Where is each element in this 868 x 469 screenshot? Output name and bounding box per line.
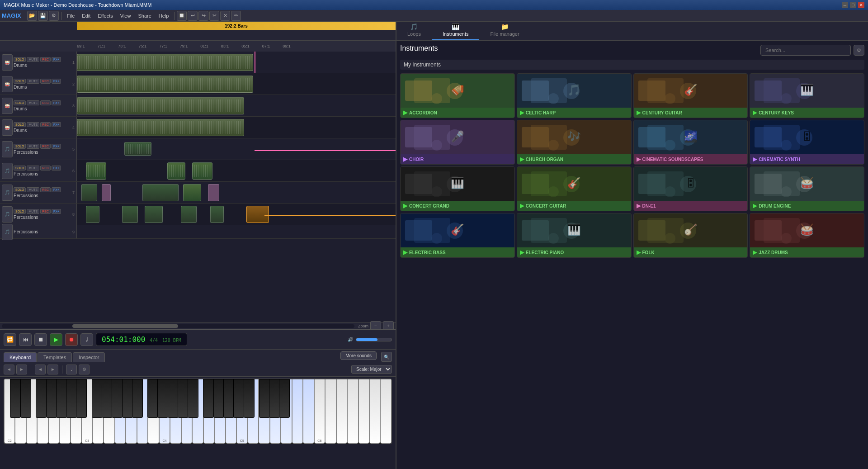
track-content-2[interactable] [77, 73, 396, 95]
track-content-5[interactable] [77, 138, 396, 160]
black-key[interactable] [56, 379, 67, 418]
mute-btn-3[interactable]: MUTE [27, 100, 39, 105]
tab-keyboard[interactable]: Keyboard [4, 352, 37, 362]
menu-effects[interactable]: Effects [94, 11, 116, 20]
black-key[interactable] [279, 379, 290, 418]
fx-btn-2[interactable]: FX+ [52, 79, 61, 84]
kb-prev[interactable]: ◄ [35, 365, 46, 374]
search-input[interactable] [760, 45, 851, 56]
audio-block[interactable] [86, 206, 99, 223]
fx-btn-7[interactable]: FX+ [52, 187, 61, 192]
black-key[interactable] [20, 379, 31, 418]
instrument-card-electric-piano[interactable]: 🎹 ▶ ELECTRIC PIANO [517, 213, 632, 258]
scale-select[interactable]: Scale: Major Scale: Minor [351, 365, 392, 374]
tab-filemanager[interactable]: 📁 File manager [479, 20, 530, 40]
hscroll-thumb[interactable] [72, 324, 178, 328]
track-content-1[interactable] [77, 52, 396, 73]
audio-block[interactable] [167, 162, 185, 180]
stop-btn[interactable]: ⏹ [34, 333, 47, 346]
audio-block[interactable] [77, 119, 244, 136]
rec-btn-8[interactable]: REC [40, 209, 51, 214]
black-key[interactable] [203, 379, 214, 418]
menu-file[interactable]: File [63, 11, 79, 20]
fx-btn-8[interactable]: FX+ [52, 209, 61, 214]
instrument-card-cinematic-synth[interactable]: 🎛 ▶ CINEMATIC SYNTH [750, 120, 864, 165]
mute-btn-2[interactable]: MUTE [27, 79, 39, 84]
solo-btn-2[interactable]: SOLO [14, 79, 26, 84]
rec-btn-3[interactable]: REC [40, 100, 51, 105]
instrument-card-century-keys[interactable]: 🎹 ▶ CENTURY KEYS [750, 73, 864, 118]
track-content-7[interactable] [77, 182, 396, 203]
audio-block[interactable] [208, 184, 219, 201]
audio-block[interactable] [210, 206, 224, 223]
fx-btn-3[interactable]: FX+ [52, 100, 61, 105]
settings-button[interactable]: ⚙ [49, 11, 59, 21]
instrument-card-century-guitar[interactable]: 🎸 ▶ CENTURY GUITAR [633, 73, 748, 118]
black-key[interactable] [10, 379, 21, 418]
audio-block[interactable] [122, 206, 138, 223]
black-key[interactable] [233, 379, 244, 418]
hscroll-track[interactable] [2, 324, 354, 328]
track-content-3[interactable] [77, 95, 396, 116]
white-key[interactable] [359, 379, 369, 444]
hscrollbar[interactable]: Zoom − + [0, 322, 396, 329]
track-content-8[interactable] [77, 204, 396, 225]
position-indicator[interactable]: 192:2 Bars [77, 22, 396, 30]
instrument-card-electric-bass[interactable]: 🎸 ▶ ELECTRIC BASS [400, 213, 515, 258]
white-key[interactable]: C6 [314, 379, 325, 444]
solo-btn-3[interactable]: SOLO [14, 100, 26, 105]
instrument-card-choir[interactable]: 🎤 ▶ CHOIR [400, 120, 515, 165]
white-key[interactable] [336, 379, 347, 444]
instrument-card-cinematic-soundscapes[interactable]: 🌌 ▶ CINEMATIC SOUNDSCAPES [633, 120, 748, 165]
rec-btn-2[interactable]: REC [40, 79, 51, 84]
instrument-card-folk[interactable]: 🪕 ▶ FOLK [633, 213, 748, 258]
kb-up-octave[interactable]: ► [16, 365, 27, 374]
metronome-btn[interactable]: ♩ [80, 333, 93, 346]
kb-down-octave[interactable]: ◄ [4, 365, 14, 374]
instrument-card-church-organ[interactable]: 🎶 ▶ CHURCH ORGAN [517, 120, 632, 165]
track-content-6[interactable] [77, 160, 396, 181]
black-key[interactable] [92, 379, 103, 418]
tool-cut[interactable]: ✂ [209, 11, 219, 21]
solo-btn-7[interactable]: SOLO [14, 187, 26, 192]
kb-setting2[interactable]: ⚙ [79, 365, 90, 374]
audio-block[interactable] [77, 54, 253, 71]
black-key[interactable] [259, 379, 270, 418]
instrument-card-celtic-harp[interactable]: 🎵 ▶ CELTIC HARP [517, 73, 632, 118]
black-key[interactable] [213, 379, 224, 418]
rec-btn-1[interactable]: REC [40, 57, 51, 62]
audio-block[interactable] [181, 206, 197, 223]
fx-btn-5[interactable]: FX+ [52, 144, 61, 149]
black-key[interactable] [157, 379, 168, 418]
audio-block[interactable] [81, 184, 97, 201]
open-button[interactable]: 📂 [27, 11, 37, 21]
instrument-card-dn-e1[interactable]: 🎛 ▶ DN-E1 [633, 166, 748, 211]
tab-instruments[interactable]: 🎹 Instruments [432, 20, 479, 40]
solo-btn-5[interactable]: SOLO [14, 144, 26, 149]
search-keyboard-btn[interactable]: 🔍 [381, 352, 392, 362]
close-button[interactable]: ✕ [858, 2, 864, 8]
audio-block[interactable] [246, 206, 269, 223]
rec-btn-6[interactable]: REC [40, 166, 51, 171]
mute-btn-1[interactable]: MUTE [27, 57, 39, 62]
rec-btn-7[interactable]: REC [40, 187, 51, 192]
fx-btn-1[interactable]: FX+ [52, 57, 61, 62]
audio-block[interactable] [145, 206, 163, 223]
instrument-card-jazz-drums[interactable]: 🥁 ▶ JAZZ DRUMS [750, 213, 864, 258]
mute-btn-4[interactable]: MUTE [27, 122, 39, 127]
mute-btn-8[interactable]: MUTE [27, 209, 39, 214]
track-content-9[interactable] [77, 225, 396, 238]
white-key[interactable] [303, 379, 314, 444]
tool-delete[interactable]: ✕ [220, 11, 230, 21]
black-key[interactable] [46, 379, 57, 418]
tool-snap[interactable]: 🔲 [177, 11, 187, 21]
fx-btn-4[interactable]: FX+ [52, 122, 61, 127]
tool-undo[interactable]: ↩ [188, 11, 198, 21]
black-key[interactable] [223, 379, 234, 418]
kb-next[interactable]: ► [47, 365, 58, 374]
audio-block[interactable] [124, 142, 151, 156]
audio-block[interactable] [142, 184, 179, 201]
black-key[interactable] [168, 379, 179, 418]
piano-keyboard[interactable]: C2 C3 C4 [4, 379, 392, 444]
black-key[interactable] [147, 379, 158, 418]
